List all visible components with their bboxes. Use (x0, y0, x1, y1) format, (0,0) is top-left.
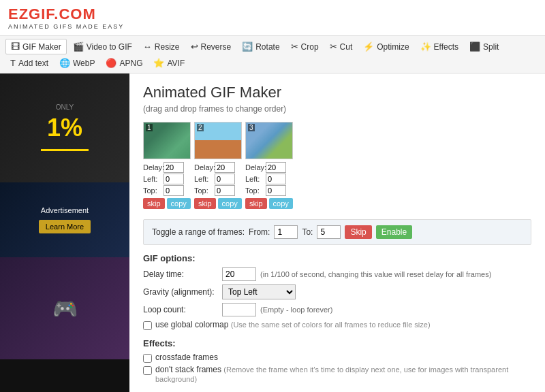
frame-3-skip[interactable]: skip (245, 198, 267, 209)
toggle-enable-button[interactable]: Enable (376, 225, 412, 239)
frame-controls-3: Delay: Left: Top: skip copy (245, 161, 293, 209)
nav-cut[interactable]: ✂ Cut (325, 39, 358, 54)
gravity-select[interactable]: Top Left Top Center Top Right Left Cente… (222, 284, 296, 299)
nav-webp[interactable]: 🌐 WebP (54, 56, 99, 70)
layout: ONLY 1% ▬▬▬▬▬▬▬ Advertisement Learn More… (0, 74, 545, 392)
crop-icon: ✂ (291, 42, 298, 52)
header: EZGIF.COM ANIMATED GIFS MADE EASY (0, 0, 545, 36)
frame-item-2: 2 Delay: Left: Top: (194, 122, 242, 209)
delay-hint: (in 1/100 of second, changing this value… (260, 270, 491, 278)
split-icon: ⬛ (469, 42, 480, 52)
colormap-checkbox[interactable] (143, 321, 152, 330)
frame-item-3: 3 Delay: Left: Top: (245, 122, 293, 209)
navbar: 🎞 GIF Maker 🎬 Video to GIF ↔ Resize ↩ Re… (0, 36, 545, 74)
add-text-icon: T (10, 58, 16, 68)
logo-text[interactable]: EZGIF.COM (8, 5, 124, 23)
logo-sub: ANIMATED GIFS MADE EASY (8, 23, 124, 30)
nav-resize[interactable]: ↔ Resize (138, 39, 185, 54)
gif-options-title: GIF options: (143, 253, 531, 263)
drag-hint: (drag and drop frames to change order) (143, 104, 531, 114)
frame-1-top[interactable] (164, 185, 184, 196)
nav-optimize[interactable]: ⚡ Optimize (358, 39, 414, 54)
frame-3-top[interactable] (266, 185, 286, 196)
frame-3-left[interactable] (266, 174, 286, 184)
cut-icon: ✂ (330, 42, 337, 52)
frame-thumb-2[interactable]: 2 (194, 122, 242, 159)
page-title: Animated GIF Maker (143, 84, 531, 101)
nav-rotate[interactable]: 🔄 Rotate (237, 39, 284, 54)
colormap-label: use global colormap (Use the same set of… (155, 320, 431, 329)
toggle-skip-button[interactable]: Skip (345, 225, 371, 239)
sidebar: ONLY 1% ▬▬▬▬▬▬▬ Advertisement Learn More… (0, 74, 129, 392)
effects-section: Effects: crossfade frames don't stack fr… (143, 338, 531, 384)
crossfade-label: crossfade frames (155, 353, 218, 362)
frame-number-3: 3 (248, 124, 255, 131)
gif-options: GIF options: Delay time: (in 1/100 of se… (143, 253, 531, 330)
frame-thumb-1[interactable]: 1 (143, 122, 191, 159)
apng-icon: 🔴 (106, 58, 116, 68)
toggle-label: Toggle a range of frames: (152, 227, 245, 237)
nav-split[interactable]: ⬛ Split (465, 39, 503, 54)
gravity-label: Gravity (alignment): (143, 287, 218, 297)
frame-item-1: 1 Delay: Left: Top: (143, 122, 191, 209)
nav-add-text[interactable]: T Add text (5, 56, 53, 70)
toggle-from-input[interactable] (274, 225, 298, 239)
frame-2-delay[interactable] (215, 162, 235, 173)
frame-number-1: 1 (146, 124, 153, 131)
sidebar-ad-3: 🎮 (0, 257, 129, 359)
main-content: Animated GIF Maker (drag and drop frames… (129, 74, 545, 392)
nav-reverse[interactable]: ↩ Reverse (186, 39, 236, 54)
loop-label: Loop count: (143, 305, 218, 314)
toggle-to-input[interactable] (317, 225, 341, 239)
frame-2-top[interactable] (215, 185, 235, 196)
toggle-section: Toggle a range of frames: From: To: Skip… (143, 219, 531, 245)
sidebar-ad-1: ONLY 1% ▬▬▬▬▬▬▬ (0, 74, 129, 182)
gif-maker-icon: 🎞 (11, 42, 20, 52)
frame-2-copy[interactable]: copy (218, 198, 242, 209)
nav-video-to-gif[interactable]: 🎬 Video to GIF (68, 39, 137, 54)
from-label: From: (249, 227, 270, 237)
video-icon: 🎬 (73, 42, 84, 52)
to-label: To: (302, 227, 313, 237)
frame-2-left[interactable] (215, 174, 235, 184)
nav-avif[interactable]: ⭐ AVIF (149, 56, 189, 70)
webp-icon: 🌐 (59, 58, 70, 68)
loop-hint: (Empty - loop forever) (260, 306, 332, 314)
logo-area: EZGIF.COM ANIMATED GIFS MADE EASY (8, 5, 124, 30)
avif-icon: ⭐ (153, 58, 164, 68)
effects-title: Effects: (143, 338, 531, 348)
frame-3-copy[interactable]: copy (269, 198, 293, 209)
frame-1-delay[interactable] (164, 162, 184, 173)
resize-icon: ↔ (143, 42, 152, 52)
loop-input[interactable] (222, 303, 256, 316)
nav-apng[interactable]: 🔴 APNG (101, 56, 147, 70)
frame-1-left[interactable] (164, 174, 184, 184)
dont-stack-checkbox[interactable] (143, 366, 152, 375)
crossfade-checkbox[interactable] (143, 354, 152, 363)
frame-2-skip[interactable]: skip (194, 198, 216, 209)
frame-1-copy[interactable]: copy (167, 198, 191, 209)
sidebar-ad-2: Advertisement Learn More (0, 182, 129, 257)
frame-1-skip[interactable]: skip (143, 198, 165, 209)
reverse-icon: ↩ (191, 42, 198, 52)
dont-stack-label: don't stack frames (Remove the frame whe… (155, 365, 531, 384)
nav-gif-maker[interactable]: 🎞 GIF Maker (5, 39, 67, 54)
frame-thumb-3[interactable]: 3 (245, 122, 293, 159)
nav-crop[interactable]: ✂ Crop (286, 39, 324, 54)
frame-controls-1: Delay: Left: Top: skip copy (143, 161, 191, 209)
optimize-icon: ⚡ (363, 42, 374, 52)
frames-container: 1 Delay: Left: Top: (143, 122, 531, 209)
frame-number-2: 2 (197, 124, 204, 131)
effects-icon: ✨ (420, 42, 431, 52)
delay-input[interactable] (222, 267, 256, 281)
rotate-icon: 🔄 (242, 42, 253, 52)
delay-label: Delay time: (143, 270, 218, 279)
frame-3-delay[interactable] (266, 162, 286, 173)
nav-effects[interactable]: ✨ Effects (416, 39, 463, 54)
frame-controls-2: Delay: Left: Top: skip copy (194, 161, 242, 209)
